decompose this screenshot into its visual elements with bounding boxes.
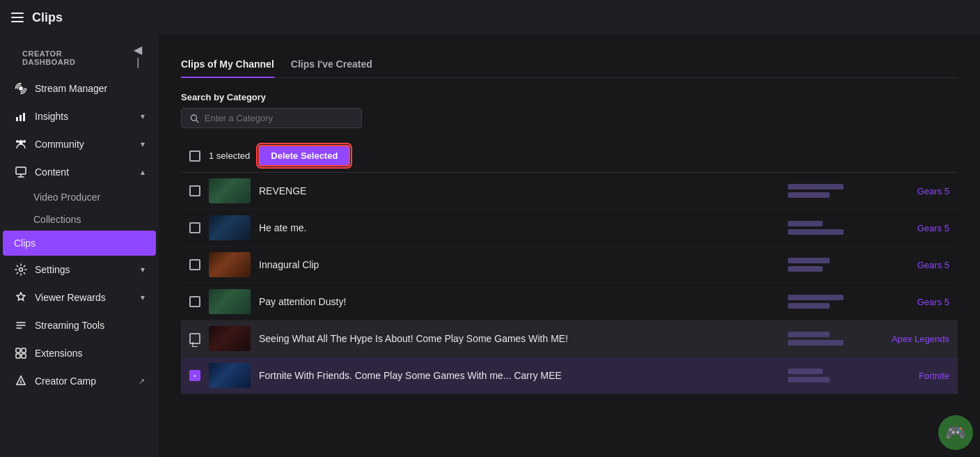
broadcast-icon <box>14 82 28 95</box>
chevron-up-icon: ▴ <box>141 167 145 177</box>
sidebar-collapse-button[interactable]: ◀ | <box>123 43 153 69</box>
select-all-checkbox[interactable] <box>189 150 200 162</box>
clip-game-1[interactable]: Gears 5 <box>866 186 949 196</box>
tabs: Clips of My Channel Clips I've Created <box>181 52 958 78</box>
table-row[interactable]: Seeing What All The Hype Is About! Come … <box>181 320 958 357</box>
top-bar: Clips <box>0 0 980 35</box>
clip-thumbnail-3 <box>209 252 251 277</box>
sidebar-item-extensions[interactable]: Extensions <box>3 339 156 367</box>
chevron-down-icon: ▾ <box>141 111 145 121</box>
search-input-wrap <box>181 108 362 128</box>
delete-selected-button[interactable]: Delete Selected <box>258 145 350 166</box>
stat-bar <box>788 184 844 189</box>
clip-game-2[interactable]: Gears 5 <box>866 223 949 233</box>
sidebar-section-label: CREATOR DASHBOARD <box>11 44 123 69</box>
clip-game-5[interactable]: Apex Legends <box>866 334 949 344</box>
clip-thumbnail-5 <box>209 326 251 351</box>
sidebar-item-label-viewer-rewards: Viewer Rewards <box>35 292 134 303</box>
table-row[interactable]: Pay attention Dusty! Gears 5 <box>181 284 958 320</box>
tools-icon <box>14 318 28 332</box>
clip-thumbnail-1 <box>209 178 251 203</box>
tab-clips-ive-created[interactable]: Clips I've Created <box>291 52 372 78</box>
clip-stats-5 <box>788 332 858 346</box>
sidebar-item-label-collections: Collections <box>33 214 81 225</box>
stat-bar <box>788 258 830 263</box>
sidebar-item-label-streaming-tools: Streaming Tools <box>35 320 145 331</box>
row-checkbox-4[interactable] <box>189 296 200 307</box>
svg-rect-1 <box>16 117 18 121</box>
sidebar-item-label-content: Content <box>35 166 134 178</box>
sidebar-item-insights[interactable]: Insights ▾ <box>3 102 156 130</box>
clip-stats-6 <box>788 369 858 382</box>
stat-bar <box>788 295 844 300</box>
clip-game-4[interactable]: Gears 5 <box>866 297 949 307</box>
stat-bar <box>788 221 823 226</box>
row-checkbox-2[interactable] <box>189 222 200 233</box>
table-row[interactable]: He ate me. Gears 5 <box>181 210 958 247</box>
chevron-down-icon: ▾ <box>141 139 145 149</box>
stat-bar <box>788 369 823 374</box>
row-checkbox-1[interactable] <box>189 185 200 196</box>
svg-rect-2 <box>19 115 22 121</box>
sidebar-item-viewer-rewards[interactable]: Viewer Rewards ▾ <box>3 284 156 311</box>
sidebar-item-content[interactable]: Content ▴ <box>3 158 156 186</box>
tab-clips-of-channel[interactable]: Clips of My Channel <box>181 52 274 78</box>
clip-stats-4 <box>788 295 858 309</box>
community-icon <box>14 137 28 151</box>
stat-bar <box>788 303 830 309</box>
clip-stats-1 <box>788 184 858 198</box>
sidebar-item-streaming-tools[interactable]: Streaming Tools <box>3 311 156 339</box>
row-checkbox-5[interactable] <box>189 333 200 344</box>
svg-point-4 <box>19 140 23 144</box>
page-title: Clips <box>32 10 63 25</box>
stat-bar <box>788 340 844 346</box>
clip-thumbnail-2 <box>209 215 251 240</box>
camp-icon <box>14 374 28 388</box>
clip-game-3[interactable]: Gears 5 <box>866 260 949 270</box>
clip-game-6[interactable]: Fortnite <box>866 371 949 381</box>
svg-point-8 <box>19 268 23 272</box>
search-label: Search by Category <box>181 92 958 102</box>
svg-rect-12 <box>22 354 26 358</box>
sidebar-item-label-clips: Clips <box>14 238 145 249</box>
hamburger-menu[interactable] <box>11 13 24 22</box>
table-header-row: 1 selected Delete Selected <box>181 139 958 173</box>
sidebar-item-community[interactable]: Community ▾ <box>3 130 156 158</box>
row-checkbox-6[interactable] <box>189 370 200 381</box>
sidebar-item-label-settings: Settings <box>35 264 134 275</box>
table-row[interactable]: Innagural Clip Gears 5 <box>181 247 958 284</box>
table-row[interactable]: REVENGE Gears 5 <box>181 173 958 210</box>
sidebar-item-creator-camp[interactable]: Creator Camp ↗ <box>3 367 156 395</box>
selected-info: 1 selected Delete Selected <box>209 145 949 166</box>
extensions-icon <box>14 346 28 360</box>
row-checkbox-3[interactable] <box>189 259 200 270</box>
svg-rect-11 <box>16 354 20 358</box>
sidebar-header: CREATOR DASHBOARD ◀ | <box>0 40 159 75</box>
clip-title-1: REVENGE <box>259 185 780 196</box>
sidebar-item-label-extensions: Extensions <box>35 348 145 359</box>
sidebar-item-collections[interactable]: Collections <box>3 208 156 231</box>
clip-title-4: Pay attention Dusty! <box>259 296 780 307</box>
sidebar-item-clips[interactable]: Clips <box>3 231 156 256</box>
svg-rect-10 <box>22 348 26 353</box>
search-section: Search by Category <box>181 92 958 128</box>
table-row[interactable]: Fortnite With Friends. Come Play Some Ga… <box>181 357 958 394</box>
search-icon <box>190 114 199 123</box>
search-input[interactable] <box>205 113 353 123</box>
chevron-down-icon: ▾ <box>141 265 145 274</box>
clip-title-6: Fortnite With Friends. Come Play Some Ga… <box>259 370 780 381</box>
rewards-icon <box>14 291 28 304</box>
svg-rect-3 <box>23 113 25 121</box>
settings-icon <box>14 263 28 277</box>
sidebar-item-video-producer[interactable]: Video Producer <box>3 186 156 208</box>
sidebar-item-stream-manager[interactable]: Stream Manager <box>3 75 156 102</box>
stat-bar <box>788 332 830 337</box>
content-icon <box>14 165 28 179</box>
sidebar-item-label-creator-camp: Creator Camp <box>35 375 132 387</box>
stat-bar <box>788 229 844 235</box>
sidebar: CREATOR DASHBOARD ◀ | Stream Manager Ins… <box>0 35 159 457</box>
sidebar-item-settings[interactable]: Settings ▾ <box>3 256 156 284</box>
clip-stats-3 <box>788 258 858 272</box>
clips-table: 1 selected Delete Selected REVENGE Gears… <box>181 139 958 394</box>
svg-point-6 <box>16 140 19 143</box>
